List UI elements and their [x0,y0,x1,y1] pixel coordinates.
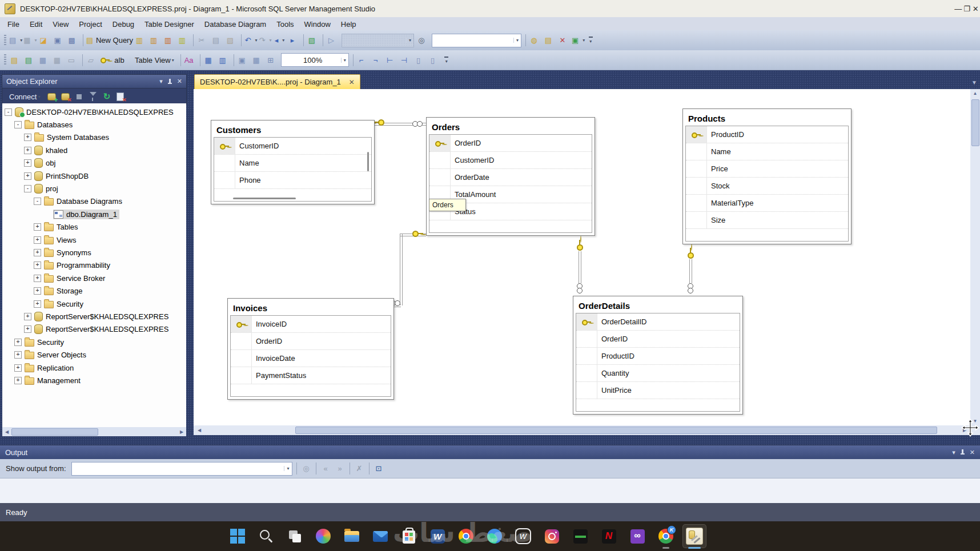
chrome[interactable] [455,525,477,548]
ssms[interactable] [683,525,706,548]
netflix[interactable] [597,525,620,548]
diagram-table-products[interactable]: Products ProductID Name Price S [682,108,852,244]
diagram-table-customers[interactable]: Customers CustomerID Name Phone [211,120,375,204]
scroll-thumb[interactable] [295,427,937,434]
expand-toggle-icon[interactable]: + [34,223,41,231]
new-query-button[interactable]: ▤New Query [86,34,133,47]
relationship-line-left-button[interactable]: ⊢ [385,54,398,67]
find-message-button[interactable]: ◎ [300,462,313,475]
copy-button[interactable]: ▤ [211,34,224,47]
empty-row[interactable] [231,384,391,396]
menu-item[interactable]: Window [299,18,336,30]
canvas-vscrollbar[interactable]: ▲ ▼ [970,89,980,425]
expand-toggle-icon[interactable]: + [34,236,41,244]
expand-toggle-icon[interactable]: - [34,198,41,205]
table-column-row[interactable]: UnitPrice [576,381,740,399]
menu-item[interactable]: File [2,18,25,30]
dmx-query-button[interactable]: ▥ [163,34,176,47]
expand-toggle-icon[interactable]: - [14,121,22,128]
generate-change-script-button[interactable]: ▱ [86,54,99,67]
tree-item[interactable]: dbo.Diagram_1 [2,208,186,220]
tree-item[interactable]: + ReportServer$KHALEDSQLEXPRES [2,323,186,336]
expand-toggle-icon[interactable]: + [34,287,41,295]
table-column-row[interactable]: Size [686,211,848,228]
expand-toggle-icon[interactable]: + [34,300,41,308]
diagram-canvas[interactable]: Customers CustomerID Name Phone [194,89,970,425]
activity-monitor-button[interactable]: ▧ [307,34,320,47]
green-app[interactable] [569,525,592,548]
table-column-row[interactable]: OrderID [231,332,391,349]
expand-toggle-icon[interactable]: + [14,377,22,384]
table-title[interactable]: Orders [428,119,593,134]
expand-toggle-icon[interactable]: + [34,249,41,256]
tree-item[interactable]: + Management [2,374,186,387]
table-column-row[interactable]: ProductID [576,347,740,364]
expand-toggle-icon[interactable]: + [14,364,22,372]
view-page-breaks-button[interactable]: ▦ [203,54,216,67]
scroll-thumb[interactable] [971,99,979,146]
table-title[interactable]: Products [685,111,849,126]
expand-toggle-icon[interactable]: + [14,339,22,346]
table-column-row[interactable]: CustomerID [429,151,592,168]
properties-window-button[interactable]: ▤ [543,34,556,47]
show-relationship-labels-button[interactable]: Aa [184,54,197,67]
pin-icon[interactable] [960,449,965,456]
script-wizard-button[interactable] [114,91,126,103]
table-column-row[interactable]: Name [214,154,371,171]
search[interactable] [255,525,278,548]
menu-item[interactable]: Tools [271,18,299,30]
save-button[interactable]: ▣ [53,34,66,47]
delete-from-database-button[interactable]: ▦ [52,54,65,67]
text-annotation-button[interactable]: alb [114,54,127,67]
print-preview-button[interactable]: ▯ [428,54,441,67]
scroll-left-icon[interactable]: ◀ [195,428,204,433]
paste-button[interactable]: ▧ [225,34,238,47]
execute-button[interactable]: ▷ [326,34,339,47]
expand-toggle-icon[interactable]: + [24,134,31,141]
expand-toggle-icon[interactable]: + [34,275,41,282]
table-title[interactable]: Invoices [230,300,392,315]
relationship-line-right-button[interactable]: ⊣ [399,54,412,67]
stop-button[interactable] [73,91,85,103]
new-project-button[interactable]: ▤ [9,34,22,47]
table-hscroll-thumb[interactable] [233,198,296,199]
menu-item[interactable]: Table Designer [139,18,199,30]
menu-item[interactable]: Help [336,18,362,30]
expand-toggle-icon[interactable]: + [14,351,22,359]
edge[interactable] [483,525,506,548]
navigate-forward-button[interactable]: ▸ [287,34,300,47]
document-tab[interactable]: DESKTOP-02HV7EB\K....proj - Diagram_1 ✕ [194,74,360,89]
task-view[interactable] [283,525,306,548]
instagram[interactable] [540,525,563,548]
connect-button[interactable]: Connect [5,91,44,102]
scroll-right-icon[interactable]: ▶ [177,429,186,435]
table-column-row[interactable]: OrderID [576,330,740,347]
minimize-button[interactable]: — [954,0,962,17]
tree-item[interactable]: + Security [2,336,186,348]
menu-item[interactable]: View [47,18,74,30]
diagram-table-invoices[interactable]: Invoices InvoiceID OrderID InvoiceDate [227,298,394,400]
empty-row[interactable] [429,220,592,232]
arrange-selection-button[interactable]: ▣ [237,54,250,67]
tree-item[interactable]: + Replication [2,361,186,374]
diagram-table-orderdetails[interactable]: OrderDetails OrderDetailID OrderID Produ… [573,296,743,415]
page-setup-button[interactable]: ▯ [413,54,427,67]
xmla-query-button[interactable]: ▥ [177,34,190,47]
tree-item[interactable]: + Views [2,234,186,246]
expand-toggle-icon[interactable]: + [24,325,31,333]
table-view-button[interactable]: Table View [128,55,178,66]
table-column-row[interactable]: InvoiceID [231,316,391,332]
chrome-profile[interactable] [654,525,677,548]
external-tools-button[interactable]: ✕ [557,34,571,47]
tree-item[interactable]: + obj [2,157,186,170]
refresh-button[interactable] [101,91,113,103]
tab-close-icon[interactable]: ✕ [349,78,355,86]
microsoft-store[interactable] [397,525,420,548]
show-output-from-combo[interactable] [71,462,292,476]
add-table-button[interactable]: ▤ [23,54,37,67]
table-column-row[interactable]: Price [686,160,848,177]
close-button[interactable]: ✕ [971,0,980,17]
visual-studio[interactable] [626,525,649,548]
word[interactable] [426,525,449,548]
menu-item[interactable]: Debug [107,18,139,30]
